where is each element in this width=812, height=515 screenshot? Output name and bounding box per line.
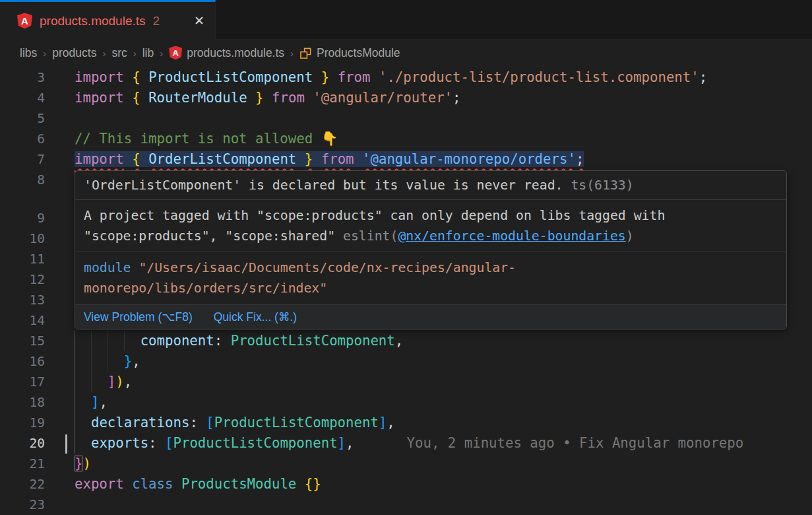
code-line-19[interactable]: 19 declarations: [ProductListComponent], <box>0 413 812 433</box>
code-token: } <box>321 69 329 85</box>
code-line-22[interactable]: 22export class ProductsModule {} <box>0 474 812 495</box>
code-token: , <box>124 374 132 390</box>
code-token: [ <box>206 415 214 430</box>
line-number: 19 <box>0 413 45 433</box>
code-token: ProductListComponent <box>148 69 313 85</box>
hover-text: 'OrderListComponent' is declared but its… <box>84 178 563 193</box>
code-token: ProductListComponent <box>214 415 379 430</box>
line-content: }) <box>75 454 91 474</box>
code-line-15[interactable]: 15 component: ProductListComponent, <box>0 331 812 351</box>
code-token: ; <box>699 69 707 85</box>
code-editor[interactable]: 3import { ProductListComponent } from '.… <box>0 66 812 515</box>
hover-text: "scope:products", "scope:shared" <box>84 228 343 244</box>
problems-count-badge: 2 <box>153 14 160 28</box>
code-token: 👇 <box>321 131 338 147</box>
hover-text-line: monorepo/libs/orders/src/index" <box>84 278 778 298</box>
code-token: ) <box>115 374 123 390</box>
code-token <box>305 90 313 106</box>
code-token <box>296 476 304 492</box>
code-token: from <box>338 69 371 85</box>
tab-products-module[interactable]: A products.module.ts 2 ✕ <box>0 0 216 40</box>
code-token <box>75 435 91 451</box>
line-number: 11 <box>0 249 45 269</box>
code-token: : <box>214 333 231 349</box>
angular-icon: A <box>169 46 182 60</box>
breadcrumb-item-products[interactable]: products <box>52 46 96 60</box>
code-token: : <box>148 435 165 451</box>
code-line-5[interactable]: 5 <box>0 108 812 129</box>
code-token: , <box>132 353 140 369</box>
close-icon[interactable]: ✕ <box>194 13 204 28</box>
code-token: ) <box>82 456 90 471</box>
code-line-3[interactable]: 3import { ProductListComponent } from '.… <box>0 67 812 88</box>
code-line-23[interactable]: 23 <box>0 495 812 515</box>
code-line-7[interactable]: 7import { OrderListComponent } from '@an… <box>0 149 812 170</box>
breadcrumb-item-file[interactable]: A products.module.ts <box>169 46 284 60</box>
code-token: from <box>272 90 305 106</box>
code-line-20[interactable]: 20 exports: [ProductListComponent],You, … <box>0 433 812 454</box>
quick-fix-link[interactable]: Quick Fix... (⌘.) <box>214 310 297 324</box>
code-token: { <box>132 151 140 167</box>
line-number: 15 <box>0 331 45 351</box>
hover-text: eslint( <box>343 228 398 244</box>
code-line-16[interactable]: 16 }, <box>0 351 812 372</box>
text-cursor <box>65 434 67 454</box>
class-symbol-icon <box>299 47 312 59</box>
empty-tab-strip <box>216 0 812 40</box>
hover-message-2: A project tagged with "scope:products" c… <box>75 200 786 252</box>
indent-guide <box>108 331 108 351</box>
indent-guide <box>75 392 75 413</box>
hover-text-line: module "/Users/isaac/Documents/code/nx-r… <box>84 258 778 278</box>
code-line-21[interactable]: 21}) <box>0 454 812 474</box>
hover-text: "/Users/isaac/Documents/code/nx-recipes/… <box>131 260 516 275</box>
breadcrumb-item-src[interactable]: src <box>111 46 127 60</box>
code-token: './product-list/product-list.component' <box>379 69 699 85</box>
code-token: declarations <box>91 415 189 430</box>
code-token: { <box>132 69 140 85</box>
code-token: class <box>132 476 173 492</box>
indent-guide <box>75 372 75 392</box>
indent-guide <box>75 331 75 351</box>
code-token: { <box>132 90 140 106</box>
breadcrumb-item-libs[interactable]: libs <box>20 46 37 60</box>
code-token <box>75 415 91 430</box>
breadcrumb: libs › products › src › lib › A products… <box>0 40 812 66</box>
line-content: declarations: [ProductListComponent], <box>75 413 395 433</box>
breadcrumb-item-symbol[interactable]: ProductsModule <box>299 46 400 60</box>
code-line-17[interactable]: 17 ]), <box>0 372 812 392</box>
code-line-18[interactable]: 18 ], <box>0 392 812 413</box>
hover-message-3: module "/Users/isaac/Documents/code/nx-r… <box>75 252 786 305</box>
line-number: 8 <box>0 170 45 190</box>
code-token <box>124 90 132 106</box>
code-token: : <box>189 415 206 430</box>
indent-guide <box>75 351 75 372</box>
code-token: '@angular/router' <box>313 90 453 106</box>
eslint-rule-link[interactable]: @nx/enforce-module-boundaries <box>398 228 625 244</box>
line-number: 23 <box>0 495 45 515</box>
tab-bar: A products.module.ts 2 ✕ <box>0 0 812 40</box>
line-number: 5 <box>0 108 45 129</box>
code-token: export <box>75 476 124 492</box>
module-link[interactable]: '@angular-monorepo/orders' <box>362 151 576 167</box>
code-line-6[interactable]: 6// This import is not allowed 👇 <box>0 129 812 149</box>
chevron-right-icon: › <box>160 48 163 59</box>
line-number: 17 <box>0 372 45 392</box>
code-line-4[interactable]: 4import { RouterModule } from '@angular/… <box>0 88 812 108</box>
hover-text: A project tagged with "scope:products" c… <box>84 208 665 223</box>
code-token: , <box>346 435 354 451</box>
code-token: ProductListComponent <box>231 333 395 349</box>
line-number: 10 <box>0 228 45 249</box>
view-problem-link[interactable]: View Problem (⌥F8) <box>84 310 193 324</box>
line-number: 20 <box>0 433 45 454</box>
indent-guide <box>108 351 108 372</box>
code-token: from <box>321 151 354 167</box>
breadcrumb-item-lib[interactable]: lib <box>142 46 154 60</box>
line-number: 16 <box>0 351 45 372</box>
line-content: component: ProductListComponent, <box>75 331 403 351</box>
line-number: 4 <box>0 88 45 108</box>
indent-guide <box>75 433 75 454</box>
chevron-right-icon: › <box>102 48 106 59</box>
code-token: ; <box>576 151 584 167</box>
code-token: [ <box>165 435 173 451</box>
line-number: 22 <box>0 474 45 495</box>
